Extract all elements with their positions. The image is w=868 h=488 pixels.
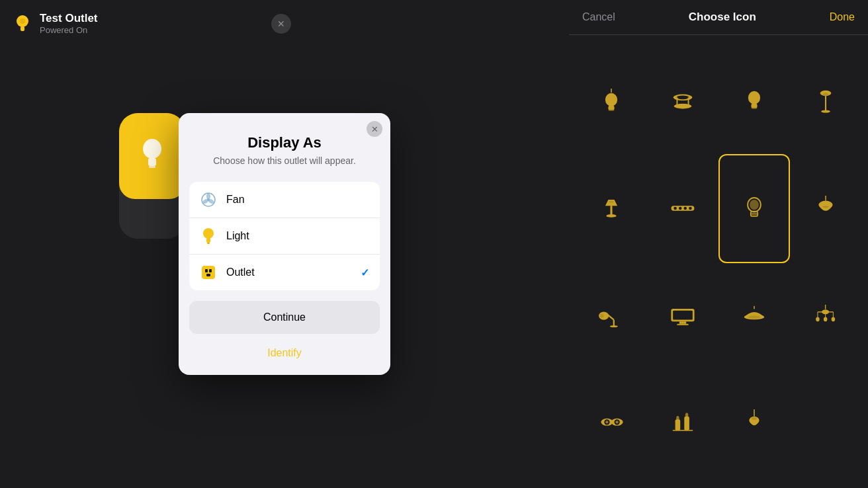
widget-top bbox=[119, 113, 185, 199]
widget-bottom bbox=[119, 199, 185, 239]
svg-point-55 bbox=[600, 313, 604, 317]
svg-rect-58 bbox=[679, 321, 686, 323]
svg-point-70 bbox=[824, 317, 828, 321]
svg-point-37 bbox=[609, 201, 614, 203]
svg-point-19 bbox=[605, 93, 617, 106]
option-light[interactable]: Light bbox=[189, 218, 380, 255]
device-widget bbox=[119, 113, 185, 239]
device-status: Powered On bbox=[40, 25, 263, 35]
icon-cell-ceiling-ring[interactable] bbox=[647, 48, 718, 154]
svg-point-33 bbox=[823, 93, 828, 95]
svg-point-71 bbox=[832, 317, 836, 321]
cancel-button[interactable]: Cancel bbox=[582, 11, 615, 23]
icon-cell-hanging-bulb[interactable] bbox=[576, 48, 647, 154]
svg-line-52 bbox=[608, 315, 614, 320]
svg-point-40 bbox=[679, 207, 682, 210]
svg-rect-12 bbox=[206, 238, 210, 243]
right-panel: Cancel Choose Icon Done bbox=[569, 0, 868, 488]
svg-rect-59 bbox=[677, 323, 688, 325]
widget-bulb-icon bbox=[139, 137, 165, 176]
icon-cell-floor-lamp[interactable] bbox=[790, 48, 861, 154]
svg-point-85 bbox=[752, 417, 757, 420]
svg-rect-13 bbox=[207, 243, 210, 244]
svg-rect-16 bbox=[209, 269, 212, 272]
svg-marker-34 bbox=[605, 200, 617, 206]
identify-button[interactable]: Identify bbox=[189, 342, 380, 364]
fan-label: Fan bbox=[226, 194, 369, 206]
device-header: Test Outlet Powered On ✕ bbox=[0, 0, 304, 47]
modal-subtitle: Choose how this outlet will appear. bbox=[195, 155, 374, 166]
icon-grid bbox=[569, 35, 868, 488]
svg-rect-78 bbox=[675, 419, 681, 430]
icon-cell-desk-lamp[interactable] bbox=[576, 263, 647, 369]
icon-cell-bulb-simple[interactable] bbox=[718, 48, 790, 154]
modal-header: Display As Choose how this outlet will a… bbox=[179, 113, 390, 177]
done-button[interactable]: Done bbox=[830, 11, 855, 23]
icon-cell-candles[interactable] bbox=[647, 369, 718, 475]
modal-title: Display As bbox=[195, 134, 374, 151]
svg-rect-35 bbox=[610, 206, 612, 216]
svg-rect-25 bbox=[677, 97, 678, 106]
outlet-icon bbox=[200, 264, 217, 281]
option-outlet[interactable]: Outlet ✓ bbox=[189, 255, 380, 290]
svg-rect-15 bbox=[205, 269, 208, 272]
icon-cell-pendant[interactable] bbox=[718, 369, 790, 475]
svg-point-3 bbox=[143, 139, 161, 159]
svg-point-2 bbox=[20, 19, 25, 24]
svg-point-77 bbox=[616, 421, 619, 423]
svg-point-42 bbox=[689, 207, 692, 210]
icon-cell-hanging-lamp[interactable] bbox=[790, 154, 861, 263]
outlet-checkmark: ✓ bbox=[361, 266, 369, 279]
icon-cell-bulb-outlined[interactable] bbox=[718, 154, 790, 263]
svg-point-39 bbox=[673, 207, 677, 210]
close-button[interactable]: ✕ bbox=[271, 14, 291, 34]
fan-icon bbox=[200, 191, 217, 208]
svg-point-23 bbox=[677, 96, 689, 100]
svg-rect-1 bbox=[21, 26, 24, 31]
svg-point-10 bbox=[207, 198, 210, 201]
svg-point-32 bbox=[821, 110, 830, 113]
svg-point-11 bbox=[203, 228, 214, 239]
light-label: Light bbox=[226, 230, 369, 242]
icon-cell-eye-lights[interactable] bbox=[576, 369, 647, 475]
svg-rect-26 bbox=[688, 97, 689, 106]
icon-cell-chandelier[interactable] bbox=[790, 263, 861, 369]
right-header: Cancel Choose Icon Done bbox=[569, 0, 868, 35]
modal-options: Fan Light bbox=[189, 182, 380, 290]
modal-close-button[interactable]: ✕ bbox=[367, 121, 382, 137]
icon-cell-table-lamp[interactable] bbox=[576, 154, 647, 263]
svg-point-21 bbox=[608, 110, 614, 111]
svg-point-44 bbox=[750, 200, 759, 210]
svg-point-69 bbox=[816, 317, 820, 321]
continue-button[interactable]: Continue bbox=[189, 301, 380, 334]
light-icon bbox=[200, 227, 217, 245]
device-title-group: Test Outlet Powered On bbox=[40, 12, 263, 35]
svg-rect-14 bbox=[202, 266, 215, 279]
svg-rect-79 bbox=[684, 417, 689, 430]
modal-actions: Continue Identify bbox=[179, 301, 390, 375]
outlet-label: Outlet bbox=[226, 266, 351, 278]
svg-rect-57 bbox=[673, 310, 693, 319]
svg-point-61 bbox=[748, 315, 760, 319]
choose-icon-title: Choose Icon bbox=[689, 11, 756, 24]
svg-rect-17 bbox=[206, 274, 210, 276]
svg-point-54 bbox=[610, 325, 618, 327]
option-fan[interactable]: Fan bbox=[189, 182, 380, 218]
display-as-modal: ✕ Display As Choose how this outlet will… bbox=[179, 113, 390, 375]
svg-point-27 bbox=[748, 91, 760, 104]
svg-point-81 bbox=[685, 413, 689, 418]
svg-point-50 bbox=[822, 206, 828, 208]
svg-point-36 bbox=[606, 214, 616, 218]
device-icon bbox=[13, 15, 32, 33]
icon-cell-dome-light[interactable] bbox=[718, 263, 790, 369]
icon-cell-tv-screen[interactable] bbox=[647, 263, 718, 369]
svg-rect-5 bbox=[149, 166, 155, 168]
svg-point-80 bbox=[676, 416, 679, 421]
svg-rect-4 bbox=[148, 158, 156, 166]
svg-point-29 bbox=[751, 108, 757, 109]
icon-cell-strip-light[interactable] bbox=[647, 154, 718, 263]
svg-point-41 bbox=[684, 207, 687, 210]
svg-point-74 bbox=[605, 421, 608, 423]
device-name: Test Outlet bbox=[40, 12, 263, 25]
